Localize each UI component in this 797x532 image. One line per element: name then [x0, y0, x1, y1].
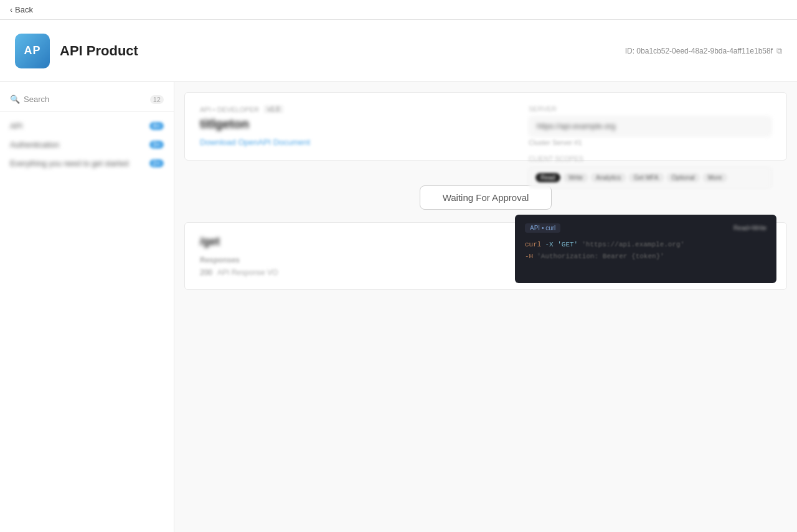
search-icon: 🔍 — [10, 95, 20, 104]
back-label: Back — [15, 5, 33, 14]
code-string-2: 'Authorization: Bearer {token}' — [537, 251, 664, 263]
top-bar: ‹ Back — [0, 0, 797, 20]
waiting-approval-section: Waiting For Approval — [184, 185, 787, 210]
code-string-1: -X 'GET' — [545, 239, 578, 251]
api-info-panel: API • DEVELOPER v1.0 titlgeton Download … — [184, 92, 787, 161]
sidebar: 🔍 Search 12 API 4+ Authentication 3+ Eve… — [0, 82, 174, 532]
tag-5: More — [703, 173, 727, 182]
code-tab-label[interactable]: API • curl — [525, 223, 560, 233]
header-left: AP API Product — [15, 34, 138, 68]
sidebar-search-label[interactable]: Search — [24, 95, 49, 104]
tag-2: Analytics — [591, 173, 626, 182]
code-tab-right: Read+Write — [733, 225, 766, 231]
code-panel-header: API • curl Read+Write — [525, 223, 766, 233]
main-layout: 🔍 Search 12 API 4+ Authentication 3+ Eve… — [0, 82, 797, 532]
id-text: ID: 0ba1cb52-0eed-48a2-9bda-4aff11e1b58f — [625, 47, 773, 55]
code-keyword-1: curl — [525, 239, 541, 251]
server-label: SERVER — [529, 105, 771, 113]
sidebar-item-guide-label: Everything you need to get started — [10, 159, 144, 168]
header-id: ID: 0ba1cb52-0eed-48a2-9bda-4aff11e1b58f… — [625, 46, 782, 56]
server-value: https://api.example.org — [529, 116, 771, 136]
code-panel: API • curl Read+Write curl -X 'GET' 'htt… — [515, 215, 776, 283]
tag-3: Get MFA — [629, 173, 663, 182]
content-area: API • DEVELOPER v1.0 titlgeton Download … — [174, 82, 797, 532]
app-icon-initials: AP — [24, 44, 40, 57]
sidebar-search-left: 🔍 Search — [10, 95, 49, 104]
tags-container: Read Write Analytics Get MFA Optional Mo… — [529, 167, 771, 188]
header: AP API Product ID: 0ba1cb52-0eed-48a2-9b… — [0, 20, 797, 82]
copy-icon[interactable]: ⧉ — [776, 46, 782, 56]
sidebar-item-authentication[interactable]: Authentication 3+ — [0, 136, 174, 154]
tag-0: Read — [535, 173, 560, 182]
sidebar-count: 12 — [150, 95, 164, 104]
code-url-1: 'https://api.example.org' — [582, 239, 684, 251]
tag-1: Write — [564, 173, 588, 182]
sidebar-item-guide[interactable]: Everything you need to get started 2+ — [0, 154, 174, 173]
waiting-approval-button: Waiting For Approval — [420, 185, 552, 210]
api-label: API • DEVELOPER — [200, 106, 259, 113]
api-version-badge: v1.0 — [264, 105, 283, 113]
response-desc: API Response VO — [217, 268, 278, 277]
right-info-panel: SERVER https://api.example.org Cluster S… — [529, 105, 771, 188]
sidebar-item-guide-badge: 2+ — [149, 159, 164, 167]
sidebar-item-api[interactable]: API 4+ — [0, 117, 174, 136]
sidebar-search-bar: 🔍 Search 12 — [0, 92, 174, 112]
endpoint-panel: /get Responses 200 API Response VO API •… — [184, 222, 787, 290]
page-title: API Product — [60, 43, 138, 59]
code-line-1: curl -X 'GET' 'https://api.example.org' — [525, 239, 766, 251]
back-button[interactable]: ‹ Back — [10, 5, 33, 14]
app-icon: AP — [15, 34, 50, 68]
code-keyword-2: -H — [525, 251, 533, 263]
code-line-2: -H 'Authorization: Bearer {token}' — [525, 251, 766, 263]
scopes-label: CLIENT SCOPES — [529, 155, 771, 162]
sidebar-item-api-badge: 4+ — [149, 122, 164, 130]
sidebar-item-authentication-label: Authentication — [10, 141, 144, 149]
sidebar-item-api-label: API — [10, 122, 144, 131]
sidebar-item-authentication-badge: 3+ — [149, 141, 164, 149]
response-code: 200 — [200, 268, 212, 277]
back-chevron-icon: ‹ — [10, 6, 12, 14]
tag-4: Optional — [667, 173, 700, 182]
download-openapi-link[interactable]: Download OpenAPI Document — [200, 138, 310, 147]
server-sub: Cluster Server #1 — [529, 139, 771, 146]
